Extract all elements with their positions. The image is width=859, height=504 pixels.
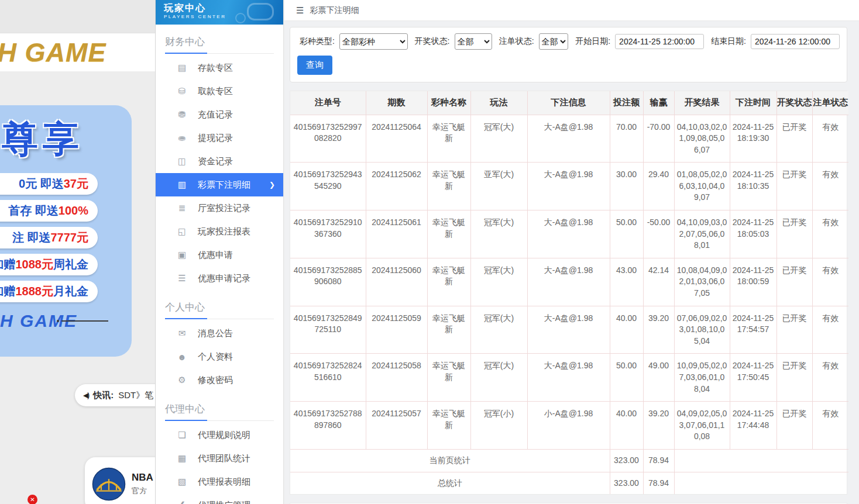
sidebar-item-label: 个人资料	[198, 351, 233, 363]
main-panel: ☰ 彩票下注明细 彩种类型: 全部彩种 开奖状态: 全部 注单状态: 全部	[284, 0, 859, 504]
table-row: 401569173252849725110 20241125059 幸运飞艇新 …	[290, 306, 848, 354]
sidebar-menu-finance: ▤ 存款专区 ⛁ 取款专区 ⛃ 充值记录 ⛂ 提现记录 ◫ 资金记录 ▥ 彩票下…	[156, 56, 283, 290]
bet-amount-cell: 30.00	[610, 163, 643, 210]
close-icon[interactable]: ✕	[28, 495, 37, 504]
order-no-cell: 401569173252885906080	[290, 258, 366, 306]
bet-amount-cell: 50.00	[610, 354, 643, 402]
col-bet-amount: 投注额	[610, 91, 643, 115]
promo-banner: 尊享 0元 即送37元 首存 即送100% 注 即送7777元 加赠1088元周…	[0, 105, 132, 357]
sidebar-item-agent-rules[interactable]: ❏ 代理规则说明	[156, 423, 283, 447]
summary-label: 当前页统计	[290, 449, 610, 472]
bet-info-cell: 大-A盘@1.98	[527, 210, 610, 258]
promo-text: 加赠	[0, 285, 16, 298]
sidebar-item-lottery-bet-details[interactable]: ▥ 彩票下注明细 ❯	[156, 173, 283, 196]
col-bet-info: 下注信息	[527, 91, 610, 115]
period-cell: 20241125057	[366, 402, 427, 450]
end-date-label: 结束日期:	[711, 36, 746, 47]
sidebar-item-change-password[interactable]: ⚙ 修改密码	[156, 368, 283, 392]
promo-text: 注 即送	[12, 231, 51, 244]
sidebar-item-agent-team-stats[interactable]: ▦ 代理团队统计	[156, 447, 283, 470]
nba-subtitle: 官方	[132, 486, 153, 496]
sidebar-item-fund-records[interactable]: ◫ 资金记录	[156, 150, 283, 173]
bet-time-cell: 2024-11-25 17:44:48	[730, 402, 776, 450]
draw-status-select[interactable]: 全部	[455, 33, 492, 50]
sidebar-item-label: 代理团队统计	[198, 453, 250, 464]
bet-amount-cell: 43.00	[610, 258, 643, 306]
bet-info-cell: 小-A盘@1.98	[527, 402, 610, 450]
ticker-text: SDT》笔	[118, 390, 153, 401]
sidebar-item-messages[interactable]: ✉ 消息公告	[156, 322, 283, 345]
promo-text: 加赠	[0, 258, 16, 271]
order-status-cell: 有效	[812, 163, 848, 210]
col-period: 期数	[366, 91, 427, 115]
end-date-input[interactable]	[751, 34, 840, 49]
table-row: 401569173252910367360 20241125061 幸运飞艇新 …	[290, 210, 848, 258]
promo-pill: 首存 即送100%	[0, 200, 98, 222]
bet-amount-cell: 40.00	[610, 306, 643, 354]
winloss-cell: 29.40	[643, 163, 674, 210]
col-order-no: 注单号	[290, 91, 366, 115]
table-header-row: 注单号 期数 彩种名称 玩法 下注信息 投注额 输赢 开奖结果 下注时间 开奖状…	[290, 91, 848, 115]
play-cell: 冠军(大)	[470, 354, 527, 402]
sidebar: 玩家中心 PLAYERS CENTER 财务中心 ▤ 存款专区 ⛁ 取款专区 ⛃…	[155, 0, 284, 504]
order-status-cell: 有效	[812, 258, 848, 306]
order-no-cell: 401569173252943545290	[290, 163, 366, 210]
sidebar-item-label: 代理规则说明	[198, 430, 250, 441]
order-no-cell: 401569173252824516610	[290, 354, 366, 402]
promo-pill: 加赠1088元周礼金	[0, 254, 98, 275]
period-cell: 20241125061	[366, 210, 427, 258]
summary-empty	[674, 472, 848, 494]
background-page: HH GAME 尊享 0元 即送37元 首存 即送100% 注 即送7777元 …	[0, 0, 155, 504]
sidebar-item-label: 代理推广管理	[198, 500, 250, 504]
summary-label: 总统计	[290, 472, 610, 494]
col-draw-status: 开奖状态	[776, 91, 812, 115]
sidebar-item-hall-bet-records[interactable]: ≣ 厅室投注记录	[156, 196, 283, 220]
promo-pill: 注 即送7777元	[0, 227, 98, 248]
winloss-cell: 42.14	[643, 258, 674, 306]
col-bet-time: 下注时间	[730, 91, 776, 115]
winloss-cell: 39.20	[643, 306, 674, 354]
play-cell: 冠军(大)	[470, 115, 527, 163]
sidebar-menu-personal: ✉ 消息公告 ☻ 个人资料 ⚙ 修改密码	[156, 322, 283, 392]
sidebar-item-deposit-area[interactable]: ▤ 存款专区	[156, 56, 283, 80]
sidebar-item-withdraw-records[interactable]: ⛂ 提现记录	[156, 126, 283, 150]
search-button[interactable]: 查询	[297, 56, 332, 75]
sidebar-item-recharge-records[interactable]: ⛃ 充值记录	[156, 103, 283, 126]
bet-time-cell: 2024-11-25 18:05:03	[730, 210, 776, 258]
lottery-name-cell: 幸运飞艇新	[427, 258, 470, 306]
hamburger-icon[interactable]: ☰	[296, 5, 304, 16]
sidebar-item-player-bet-report[interactable]: ◱ 玩家投注报表	[156, 220, 283, 243]
sidebar-item-agent-promotion[interactable]: ❮ 代理推广管理	[156, 493, 283, 504]
sidebar-item-withdraw-area[interactable]: ⛁ 取款专区	[156, 80, 283, 103]
sidebar-item-label: 充值记录	[198, 109, 233, 120]
play-cell: 冠军(小)	[470, 402, 527, 450]
result-cell: 04,09,02,05,03,07,06,01,10,08	[674, 402, 730, 450]
draw-status-cell: 已开奖	[776, 402, 812, 450]
document-icon: ❏	[177, 430, 187, 440]
table-row: 401569173252788897860 20241125057 幸运飞艇新 …	[290, 402, 848, 450]
sidebar-item-promo-apply-records[interactable]: ☰ 优惠申请记录	[156, 267, 283, 290]
sidebar-item-promo-apply[interactable]: ▣ 优惠申请	[156, 243, 283, 267]
sidebar-item-profile[interactable]: ☻ 个人资料	[156, 345, 283, 368]
start-date-input[interactable]	[615, 34, 704, 49]
section-title-agent: 代理中心	[165, 402, 274, 421]
order-status-select[interactable]: 全部	[539, 33, 569, 50]
list-icon: ▥	[177, 179, 187, 190]
promo-text: 0元 即送	[19, 177, 64, 190]
result-cell: 07,06,09,02,03,01,08,10,05,04	[674, 306, 730, 354]
bet-time-cell: 2024-11-25 17:50:45	[730, 354, 776, 402]
summary-row-current-page: 当前页统计 323.00 78.94	[290, 449, 848, 472]
promo-footer-line	[61, 320, 108, 322]
result-cell: 10,09,05,02,07,03,06,01,08,04	[674, 354, 730, 402]
lottery-type-select[interactable]: 全部彩种	[339, 33, 408, 50]
ticket-icon: ▣	[177, 250, 187, 260]
team-logo-icon	[92, 467, 126, 501]
promo-text: 首存 即送	[8, 204, 59, 217]
sidebar-item-agent-report-details[interactable]: ▧ 代理报表明细	[156, 470, 283, 493]
bet-time-cell: 2024-11-25 18:10:35	[730, 163, 776, 210]
filter-panel: 彩种类型: 全部彩种 开奖状态: 全部 注单状态: 全部 开始日期: 结束日期:	[290, 27, 847, 82]
result-cell: 04,10,09,03,02,07,05,06,08,01	[674, 210, 730, 258]
bet-time-cell: 2024-11-25 18:19:30	[730, 115, 776, 163]
sidebar-item-label: 厅室投注记录	[198, 203, 250, 214]
summary-bet-amount: 323.00	[610, 449, 643, 472]
